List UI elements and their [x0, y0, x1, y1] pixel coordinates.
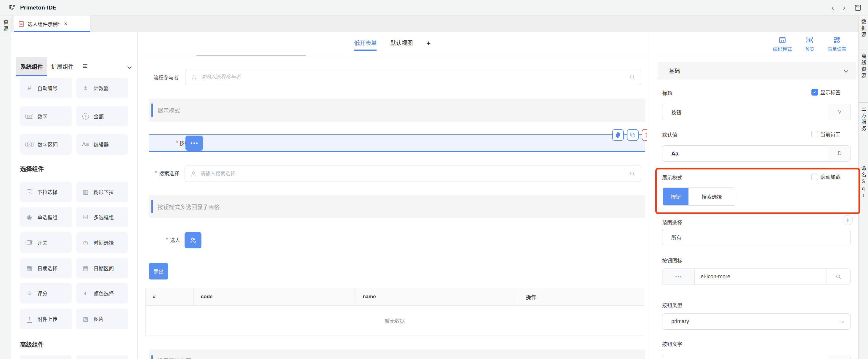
current-employee-checkbox[interactable]: 当前员工 — [811, 130, 840, 138]
component-card[interactable]: ▤ 日期区间 — [76, 258, 128, 278]
tree-dropdown-icon: ▥ — [82, 188, 90, 195]
component-card[interactable]: ☑ 多选框组 — [76, 207, 128, 227]
list-view-icon[interactable] — [83, 64, 87, 68]
section-button-mode-table: 按钮模式多选回显子表格 — [149, 195, 645, 218]
toggle-option-search-select[interactable]: 搜索选择 — [688, 188, 735, 205]
button-text-prop-label: 按钮文字 — [662, 340, 682, 348]
component-card[interactable]: ◉ 单选框组 — [20, 207, 72, 227]
title-prop-label: 标题 — [662, 89, 672, 96]
person-icon — [190, 171, 197, 177]
person-icon — [191, 74, 197, 80]
close-icon[interactable]: × — [64, 21, 67, 27]
dropdown-icon: ⌄ — [26, 189, 33, 194]
component-card[interactable]: ⌄ 下拉选择 — [20, 182, 72, 202]
field-copy-button[interactable] — [627, 129, 639, 141]
radio-group-icon: ◉ — [26, 214, 33, 221]
form-settings-button[interactable]: 表单设置 — [828, 36, 846, 52]
button-type-select[interactable]: primary — [662, 313, 850, 330]
button-icon-input-group — [662, 269, 850, 285]
search-select-input[interactable] — [185, 166, 641, 182]
tab-system-components[interactable]: 系统组件 — [16, 57, 47, 75]
search-icon — [629, 171, 636, 177]
code-mode-button[interactable]: 编码模式 — [773, 36, 792, 52]
component-card[interactable]: # 自动编号 — [20, 78, 72, 98]
button-icon-input[interactable] — [695, 269, 827, 284]
component-card[interactable]: ◷ 时间选择 — [76, 232, 128, 253]
column-header-code: code — [194, 288, 355, 305]
palette-icon: ◐ — [82, 290, 90, 297]
more-dots-button[interactable] — [185, 136, 203, 151]
right-rail-item-offline[interactable]: 离线资源 — [859, 50, 868, 103]
preview-button[interactable]: 预览 — [805, 36, 814, 52]
component-card[interactable]: 123 数字 — [20, 106, 72, 127]
number-range-icon: 1~3 — [26, 142, 33, 147]
primeton-ide-window: Primeton-IDE ‹ › 资源 数据源 离线资源 三方服务 命名Sql … — [0, 0, 868, 359]
component-card[interactable]: ◐ 颜色选择 — [76, 283, 128, 304]
left-rail: 资源 — [0, 16, 11, 359]
checkbox-checked-icon[interactable]: ✓ — [811, 89, 818, 95]
component-card[interactable]: A≡ 编辑器 — [76, 134, 128, 155]
show-label-checkbox[interactable]: ✓ 显示标签 — [811, 88, 840, 96]
button-type-prop-label: 按钮类型 — [662, 301, 682, 309]
trash-icon — [644, 132, 647, 138]
left-rail-item-resources[interactable]: 资源 — [0, 16, 11, 38]
component-card[interactable]: ▧ 图片 — [76, 309, 128, 329]
group-basic-header[interactable]: 基础 — [657, 62, 856, 80]
component-card[interactable]: 1~3 数字区间 — [20, 134, 72, 155]
component-card[interactable]: ☆ 评分 — [20, 283, 72, 304]
toggle-option-button[interactable]: 按钮 — [663, 188, 688, 205]
horizontal-scrollbar-thumb[interactable] — [196, 55, 306, 56]
title-prop-input[interactable]: V — [662, 104, 850, 120]
field-settings-button[interactable] — [612, 129, 624, 141]
checkbox-unchecked-icon[interactable] — [811, 131, 818, 137]
component-card-partial[interactable] — [20, 355, 72, 359]
default-value-prop-input[interactable]: D — [662, 145, 850, 162]
component-card[interactable]: ▦ 日期选择 — [20, 258, 72, 278]
section-display-mode: 展示模式 — [149, 99, 645, 122]
doc-tab-label: 选人组件示例* — [28, 20, 60, 28]
variable-suffix-button[interactable]: V — [829, 104, 850, 120]
person-picker-field-label: 选人 — [170, 236, 180, 244]
collapse-panel-chevron-down-icon[interactable] — [128, 64, 131, 70]
search-icon — [629, 74, 636, 80]
component-card[interactable]: ↑ 附件上传 — [20, 309, 72, 329]
participant-input[interactable] — [185, 69, 641, 85]
properties-panel: 编码模式 预览 表单设置 基础 标题 — [647, 32, 858, 359]
component-card[interactable]: ± 计数器 — [76, 78, 128, 98]
date-icon: ▦ — [26, 265, 33, 272]
tab-default-view[interactable]: 默认视图 — [390, 38, 413, 51]
data-suffix-button[interactable]: D — [829, 146, 850, 161]
add-view-button[interactable]: + — [427, 39, 431, 50]
selected-button-field[interactable]: * 按钮 — [149, 134, 645, 152]
doc-tab-active[interactable]: 选人组件示例* × — [14, 16, 90, 32]
star-icon: ☆ — [26, 290, 33, 297]
component-card-partial[interactable] — [76, 355, 128, 359]
right-rail-item-namedsql[interactable]: 命名Sql — [859, 162, 868, 238]
time-icon: ◷ — [82, 239, 90, 246]
button-text-input[interactable] — [662, 355, 850, 359]
add-range-button[interactable]: + — [843, 215, 853, 225]
right-rail-item-datasource[interactable]: 数据源 — [859, 16, 868, 50]
component-card[interactable]: 开关 — [20, 232, 72, 253]
scroll-load-checkbox[interactable]: 滚动加载 — [811, 173, 840, 181]
icon-search-button[interactable] — [827, 269, 850, 284]
component-card[interactable]: ▥ 树形下拉 — [76, 182, 128, 202]
nav-back-icon[interactable]: ‹ — [832, 4, 834, 11]
form-settings-icon — [833, 36, 841, 44]
range-select-prop-label: 范围选择 — [662, 219, 682, 226]
component-card[interactable]: ¥ 金额 — [76, 106, 128, 127]
right-rail-item-thirdparty[interactable]: 三方服务 — [859, 103, 868, 162]
field-delete-button[interactable] — [642, 129, 647, 141]
canvas-header: 低开表单 默认视图 + — [138, 32, 647, 56]
tab-extension-components[interactable]: 扩展组件 — [47, 57, 78, 75]
tab-lowcode-form[interactable]: 低开表单 — [354, 38, 376, 51]
pick-person-button[interactable] — [185, 232, 202, 248]
more-dots-icon[interactable] — [662, 269, 695, 284]
save-icon[interactable] — [855, 4, 862, 11]
export-button[interactable]: 导出 — [149, 263, 168, 279]
nav-forward-icon[interactable]: › — [843, 4, 845, 11]
checkbox-unchecked-icon[interactable] — [811, 173, 818, 180]
default-value-prop-label: 默认值 — [662, 131, 677, 138]
people-icon — [189, 237, 197, 244]
range-select-input[interactable] — [662, 229, 850, 245]
